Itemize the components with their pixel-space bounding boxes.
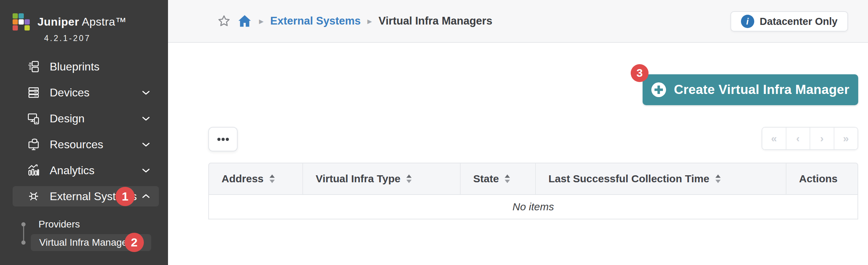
create-virtual-infra-manager-button[interactable]: Create Virtual Infra Manager <box>643 74 858 105</box>
datacenter-only-label: Datacenter Only <box>760 16 838 27</box>
top-bar: ▸ External Systems ▸ Virtual Infra Manag… <box>168 0 868 43</box>
breadcrumb-separator: ▸ <box>367 16 373 27</box>
breadcrumb: ▸ External Systems ▸ Virtual Infra Manag… <box>217 0 492 42</box>
pagination-prev-button[interactable]: ‹ <box>786 128 810 149</box>
callout-badge-1: 1 <box>115 187 135 206</box>
chevron-down-icon <box>141 139 151 150</box>
column-header-actions: Actions <box>786 163 858 194</box>
chevron-up-icon <box>141 191 151 202</box>
resources-icon <box>27 137 41 151</box>
brand-title: Juniper Apstra™ <box>37 15 127 28</box>
info-icon: i <box>741 15 754 28</box>
column-header-state[interactable]: State <box>460 163 535 194</box>
main-area: ▸ External Systems ▸ Virtual Infra Manag… <box>168 0 868 265</box>
ellipsis-icon <box>226 138 229 141</box>
sidebar-item-label: Analytics <box>50 164 94 177</box>
chevron-down-icon <box>141 165 151 176</box>
pagination-first-button[interactable]: « <box>762 128 786 149</box>
table-header-row: Address Virtual Infra Type State <box>208 163 858 195</box>
callout-badge-3: 3 <box>631 64 649 82</box>
brand-area[interactable]: Juniper Apstra™ <box>13 13 127 30</box>
column-label: Actions <box>799 173 838 185</box>
table-empty-row: No items <box>208 195 858 219</box>
column-header-address[interactable]: Address <box>209 163 302 194</box>
sidebar-item-resources[interactable]: Resources <box>0 131 168 157</box>
external-systems-icon <box>27 189 41 203</box>
table-options-button[interactable] <box>208 127 238 151</box>
design-icon <box>27 111 41 125</box>
sidebar-item-label: Devices <box>50 86 90 99</box>
tree-dot <box>21 240 26 245</box>
column-label: Virtual Infra Type <box>316 173 400 185</box>
tree-dot <box>21 222 26 226</box>
virtual-infra-managers-table: Address Virtual Infra Type State <box>208 163 858 219</box>
sort-icon <box>406 174 412 183</box>
chevron-down-icon <box>141 87 151 98</box>
plus-icon <box>651 82 666 97</box>
breadcrumb-separator: ▸ <box>258 16 264 27</box>
sort-icon <box>715 174 721 183</box>
sidebar-item-design[interactable]: Design <box>0 106 168 131</box>
favorite-star-icon[interactable] <box>217 14 231 28</box>
sidebar-item-label: Resources <box>50 138 103 151</box>
sidebar-item-devices[interactable]: Devices <box>0 80 168 106</box>
version-label: 4.2.1-207 <box>44 34 91 43</box>
home-icon[interactable] <box>237 13 252 29</box>
app-window: Juniper Apstra™ 4.2.1-207 Blueprints Dev… <box>0 0 868 265</box>
brand-name-bold: Juniper <box>37 15 79 28</box>
ellipsis-icon <box>217 138 220 141</box>
breadcrumb-link-external-systems[interactable]: External Systems <box>270 15 360 27</box>
pagination-next-button[interactable]: › <box>810 128 834 149</box>
sidebar-subitem-providers[interactable]: Providers <box>38 216 80 233</box>
sidebar: Juniper Apstra™ 4.2.1-207 Blueprints Dev… <box>0 0 168 265</box>
breadcrumb-current-page: Virtual Infra Managers <box>379 15 492 27</box>
sort-icon <box>504 174 510 183</box>
column-label: State <box>473 173 499 185</box>
chevron-down-icon <box>141 113 151 124</box>
sidebar-item-label: Design <box>50 112 85 125</box>
column-header-last-successful-collection-time[interactable]: Last Successful Collection Time <box>535 163 786 194</box>
pagination: « ‹ › » <box>762 127 858 150</box>
sort-icon <box>269 174 275 183</box>
sidebar-item-label: Blueprints <box>50 60 99 73</box>
analytics-icon <box>27 163 41 177</box>
column-label: Last Successful Collection Time <box>548 173 709 185</box>
pagination-last-button[interactable]: » <box>834 128 858 149</box>
column-label: Address <box>222 173 264 185</box>
brand-name-light: Apstra™ <box>82 15 127 28</box>
callout-badge-2: 2 <box>125 233 144 252</box>
column-header-virtual-infra-type[interactable]: Virtual Infra Type <box>302 163 460 194</box>
sidebar-item-blueprints[interactable]: Blueprints <box>0 54 168 80</box>
apstra-logo-icon <box>13 13 30 30</box>
sidebar-item-analytics[interactable]: Analytics <box>0 157 168 183</box>
datacenter-only-badge[interactable]: i Datacenter Only <box>730 11 848 32</box>
no-items-text: No items <box>512 201 554 213</box>
devices-icon <box>27 86 41 100</box>
sidebar-subitem-label: Providers <box>38 219 80 230</box>
blueprints-icon <box>27 60 41 74</box>
create-button-label: Create Virtual Infra Manager <box>674 82 849 97</box>
ellipsis-icon <box>222 138 225 141</box>
sidebar-item-external-systems[interactable]: External Systems <box>13 186 159 206</box>
sidebar-subitem-label: Virtual Infra Managers <box>39 237 135 248</box>
